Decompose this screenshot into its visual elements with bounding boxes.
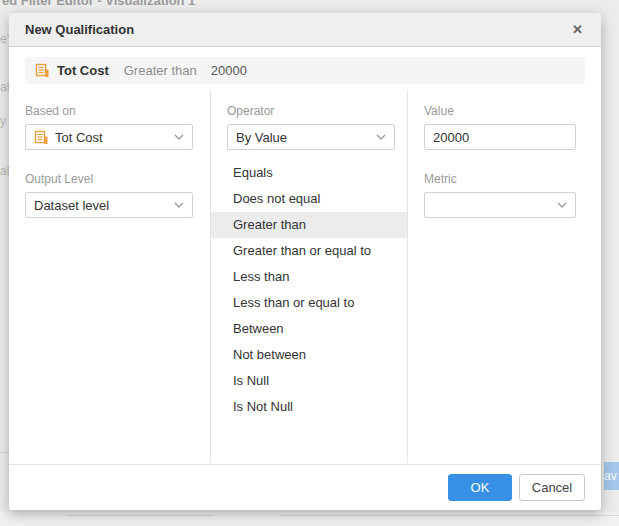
- ok-button[interactable]: OK: [448, 474, 512, 501]
- background-text-fragment: al: [0, 164, 9, 178]
- operator-mode-dropdown[interactable]: By Value: [227, 124, 395, 150]
- operator-option[interactable]: Not between: [211, 342, 407, 368]
- summary-value: 20000: [211, 63, 247, 78]
- qualification-summary-bar: Tot Cost Greater than 20000: [25, 57, 585, 84]
- chevron-down-icon: [557, 202, 567, 208]
- chevron-down-icon: [376, 134, 386, 140]
- chevron-down-icon: [174, 202, 184, 208]
- operator-option[interactable]: Equals: [211, 160, 407, 186]
- summary-field-name: Tot Cost: [57, 63, 109, 78]
- output-level-dropdown[interactable]: Dataset level: [25, 192, 193, 218]
- new-qualification-dialog: New Qualification ✕ Tot Cost Greater tha…: [9, 13, 601, 510]
- dialog-header: New Qualification ✕: [9, 13, 601, 47]
- background-window-title: ed Filter Editor - Visualization 1: [2, 0, 195, 8]
- operator-option[interactable]: Is Null: [211, 368, 407, 394]
- dialog-columns: Based on Tot Cost Output Level: [9, 90, 601, 463]
- output-level-value: Dataset level: [34, 198, 109, 213]
- dialog-title: New Qualification: [25, 22, 134, 37]
- value-column: Value Metric: [408, 90, 601, 463]
- operator-mode-value: By Value: [236, 130, 287, 145]
- background-divider: [0, 452, 9, 453]
- value-input[interactable]: [424, 124, 576, 150]
- operator-option[interactable]: Greater than or equal to: [211, 238, 407, 264]
- cancel-button[interactable]: Cancel: [519, 474, 585, 501]
- based-on-dropdown[interactable]: Tot Cost: [25, 124, 193, 150]
- operator-option[interactable]: Greater than: [211, 212, 407, 238]
- metric-label: Metric: [424, 172, 601, 186]
- background-text-fragment: y: [0, 114, 9, 128]
- operator-option[interactable]: Between: [211, 316, 407, 342]
- background-divider: [280, 515, 619, 516]
- operator-option[interactable]: Is Not Null: [211, 394, 407, 420]
- metric-icon: [34, 130, 49, 145]
- output-level-label: Output Level: [25, 172, 210, 186]
- value-label: Value: [424, 104, 601, 118]
- close-icon[interactable]: ✕: [570, 23, 585, 36]
- based-on-column: Based on Tot Cost Output Level: [9, 90, 211, 463]
- background-divider: [66, 515, 213, 516]
- summary-operator: Greater than: [124, 63, 197, 78]
- operator-label: Operator: [227, 104, 407, 118]
- chevron-down-icon: [174, 134, 184, 140]
- background-text-fragment: al: [0, 80, 9, 94]
- operator-option[interactable]: Less than or equal to: [211, 290, 407, 316]
- based-on-value: Tot Cost: [55, 130, 103, 145]
- metric-dropdown[interactable]: [424, 192, 576, 218]
- operator-column: Operator By Value Equals Does not equal …: [211, 90, 408, 463]
- metric-icon: [35, 63, 50, 78]
- operator-list: Equals Does not equal Greater than Great…: [211, 160, 407, 420]
- operator-option[interactable]: Does not equal: [211, 186, 407, 212]
- dialog-footer: OK Cancel: [9, 464, 601, 510]
- based-on-label: Based on: [25, 104, 210, 118]
- background-text-fragment: e': [0, 32, 9, 46]
- operator-option[interactable]: Less than: [211, 264, 407, 290]
- background-save-button-sliver: av: [604, 462, 619, 490]
